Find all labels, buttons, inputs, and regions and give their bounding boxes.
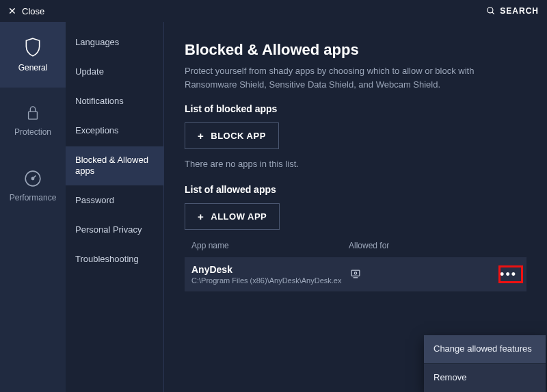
search-icon xyxy=(486,6,496,16)
tab-label: General xyxy=(18,63,48,73)
column-app-name: App name xyxy=(191,241,349,250)
button-label: BLOCK APP xyxy=(211,131,266,141)
close-button[interactable]: ✕ Close xyxy=(8,5,44,16)
more-icon: ••• xyxy=(500,267,517,281)
tab-general[interactable]: General xyxy=(0,22,66,88)
svg-point-5 xyxy=(31,177,34,179)
tab-protection[interactable]: Protection xyxy=(0,88,66,153)
row-context-menu: Change allowed features Remove xyxy=(424,335,546,392)
submenu-item[interactable]: Update xyxy=(66,58,163,86)
button-label: ALLOW APP xyxy=(211,211,267,222)
gauge-icon xyxy=(24,170,42,187)
page-description: Protect yourself from shady apps by choo… xyxy=(185,64,499,91)
svg-point-7 xyxy=(354,272,356,274)
app-info: AnyDesk C:\Program Files (x86)\AnyDesk\A… xyxy=(191,264,349,285)
search-label: SEARCH xyxy=(500,6,539,16)
blocked-empty-text: There are no apps in this list. xyxy=(185,159,526,169)
shield-icon xyxy=(24,37,42,57)
plus-icon: + xyxy=(198,130,204,142)
app-path: C:\Program Files (x86)\AnyDesk\AnyDesk.e… xyxy=(191,276,349,285)
allowed-table-header: App name Allowed for xyxy=(185,230,526,257)
block-app-button[interactable]: + BLOCK APP xyxy=(185,122,279,149)
close-label: Close xyxy=(22,6,44,16)
menu-remove[interactable]: Remove xyxy=(424,363,546,392)
tab-label: Protection xyxy=(14,127,51,137)
svg-rect-6 xyxy=(351,270,360,276)
tab-label: Performance xyxy=(10,193,57,202)
plus-icon: + xyxy=(198,211,204,222)
blocked-heading: List of blocked apps xyxy=(185,103,526,114)
settings-submenu: LanguagesUpdateNotificationsExceptionsBl… xyxy=(66,22,164,392)
svg-point-0 xyxy=(488,8,493,13)
svg-rect-2 xyxy=(29,112,38,119)
submenu-item[interactable]: Exceptions xyxy=(66,117,163,145)
row-more-button[interactable]: ••• xyxy=(497,267,520,282)
submenu-item[interactable]: Notifications xyxy=(66,88,163,116)
svg-line-1 xyxy=(492,12,494,14)
allowed-app-row[interactable]: AnyDesk C:\Program Files (x86)\AnyDesk\A… xyxy=(185,257,526,291)
submenu-item[interactable]: Personal Privacy xyxy=(66,216,163,244)
page-title: Blocked & Allowed apps xyxy=(185,41,526,59)
lock-icon xyxy=(25,104,40,122)
submenu-item[interactable]: Languages xyxy=(66,29,163,57)
close-icon: ✕ xyxy=(8,5,16,16)
submenu-item[interactable]: Troubleshooting xyxy=(66,246,163,274)
main-content: Blocked & Allowed apps Protect yourself … xyxy=(164,22,547,392)
tab-performance[interactable]: Performance xyxy=(0,153,66,219)
webcam-shield-icon xyxy=(349,267,362,283)
app-allowed-for xyxy=(349,267,520,283)
column-allowed-for: Allowed for xyxy=(349,241,520,250)
app-name: AnyDesk xyxy=(191,264,349,275)
submenu-item[interactable]: Blocked & Allowed apps xyxy=(66,146,163,186)
menu-change-allowed-features[interactable]: Change allowed features xyxy=(424,335,546,363)
sidebar-tabs: General Protection Performance xyxy=(0,22,66,392)
submenu-item[interactable]: Password xyxy=(66,187,163,215)
allow-app-button[interactable]: + ALLOW APP xyxy=(185,203,280,230)
search-button[interactable]: SEARCH xyxy=(486,6,539,16)
allowed-heading: List of allowed apps xyxy=(185,184,526,195)
